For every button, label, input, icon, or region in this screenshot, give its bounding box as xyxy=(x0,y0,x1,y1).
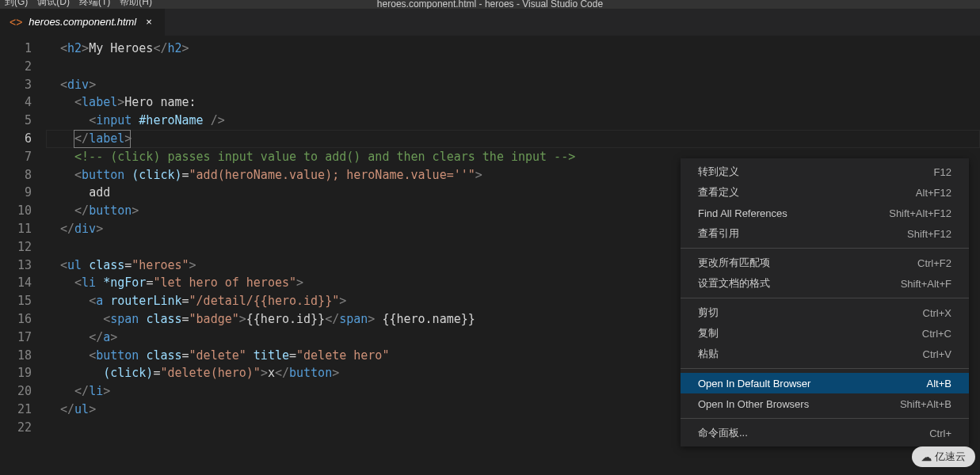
html-file-icon: <> xyxy=(10,16,22,28)
menu-item-shortcut: Shift+Alt+F xyxy=(901,278,951,290)
context-menu-item[interactable]: Find All ReferencesShift+Alt+F12 xyxy=(681,203,969,223)
context-menu-item[interactable]: Open In Default BrowserAlt+B xyxy=(681,373,969,393)
line-number: 3 xyxy=(0,76,32,94)
menu-item-shortcut: Shift+F12 xyxy=(907,228,951,240)
context-menu-item[interactable]: 转到定义F12 xyxy=(681,162,969,182)
line-number: 1 xyxy=(0,40,32,58)
tab-active[interactable]: <> heroes.component.html × xyxy=(0,9,165,36)
line-number: 19 xyxy=(0,364,32,382)
menu-separator xyxy=(681,248,969,249)
menu-item-label: 更改所有匹配项 xyxy=(698,256,770,270)
line-number: 2 xyxy=(0,58,32,76)
line-number: 5 xyxy=(0,112,32,130)
menu-separator xyxy=(681,298,969,298)
menu-item-shortcut: Alt+F12 xyxy=(916,187,951,199)
menu-item-label: Find All References xyxy=(698,207,787,219)
menu-item-shortcut: Ctrl+V xyxy=(923,348,951,360)
tab-label: heroes.component.html xyxy=(29,16,136,28)
line-number: 17 xyxy=(0,329,32,347)
context-menu-item[interactable]: 查看定义Alt+F12 xyxy=(681,182,969,203)
menu-item-shortcut: Ctrl+C xyxy=(922,328,951,340)
menu-item-label: 粘贴 xyxy=(698,347,719,361)
menu-debug[interactable]: 调试(D) xyxy=(37,0,70,9)
menu-goto[interactable]: 到(G) xyxy=(5,0,28,9)
context-menu[interactable]: 转到定义F12查看定义Alt+F12Find All ReferencesShi… xyxy=(681,158,969,446)
line-number: 4 xyxy=(0,93,32,112)
line-number: 12 xyxy=(0,238,32,256)
line-number: 13 xyxy=(0,256,32,275)
menu-item-label: 复制 xyxy=(698,326,719,340)
menu-item-shortcut: Ctrl+X xyxy=(923,307,951,319)
line-number: 14 xyxy=(0,274,32,292)
menu-item-label: Open In Other Browsers xyxy=(698,398,809,410)
context-menu-item[interactable]: 剪切Ctrl+X xyxy=(681,302,969,323)
menu-separator xyxy=(681,368,969,369)
menu-item-label: Open In Default Browser xyxy=(698,378,810,390)
context-menu-item[interactable]: 命令面板...Ctrl+ xyxy=(681,423,969,443)
menu-item-label: 命令面板... xyxy=(698,426,748,440)
watermark-text: 亿速云 xyxy=(935,450,966,464)
context-menu-item[interactable]: 复制Ctrl+C xyxy=(681,323,969,344)
context-menu-item[interactable]: Open In Other BrowsersShift+Alt+B xyxy=(681,393,969,414)
watermark: ☁ 亿速云 xyxy=(912,446,975,467)
menu-separator xyxy=(681,418,969,419)
line-gutter: 12345678910111213141516171819202122 xyxy=(0,36,46,475)
line-number: 6 xyxy=(0,130,32,148)
menu-item-shortcut: Ctrl+F2 xyxy=(917,257,951,269)
line-number: 8 xyxy=(0,166,32,184)
menu-item-shortcut: Alt+B xyxy=(927,378,951,390)
line-number: 9 xyxy=(0,184,32,202)
menu-item-shortcut: Shift+Alt+F12 xyxy=(889,207,951,219)
context-menu-item[interactable]: 粘贴Ctrl+V xyxy=(681,344,969,364)
line-number: 16 xyxy=(0,310,32,329)
line-number: 15 xyxy=(0,292,32,310)
line-number: 22 xyxy=(0,419,32,437)
close-icon[interactable]: × xyxy=(143,14,155,29)
line-number: 10 xyxy=(0,202,32,220)
context-menu-item[interactable]: 设置文档的格式Shift+Alt+F xyxy=(681,273,969,294)
menu-item-label: 转到定义 xyxy=(698,165,739,179)
tab-bar: <> heroes.component.html × xyxy=(0,9,980,36)
menu-item-shortcut: F12 xyxy=(934,166,951,178)
menu-item-label: 查看定义 xyxy=(698,185,739,200)
context-menu-item[interactable]: 更改所有匹配项Ctrl+F2 xyxy=(681,253,969,273)
menu-item-shortcut: Ctrl+ xyxy=(929,428,951,439)
line-number: 18 xyxy=(0,347,32,365)
menu-item-label: 设置文档的格式 xyxy=(698,276,770,291)
menu-item-label: 剪切 xyxy=(698,306,719,320)
menu-item-shortcut: Shift+Alt+B xyxy=(900,398,951,410)
line-number: 21 xyxy=(0,401,32,419)
menu-bar[interactable]: 到(G) 调试(D) 终端(T) 帮助(H) xyxy=(0,0,980,9)
menu-item-label: 查看引用 xyxy=(698,226,739,241)
line-number: 11 xyxy=(0,220,32,238)
line-number: 20 xyxy=(0,382,32,401)
context-menu-item[interactable]: 查看引用Shift+F12 xyxy=(681,223,969,244)
menu-help[interactable]: 帮助(H) xyxy=(120,0,152,9)
cloud-icon: ☁ xyxy=(921,451,932,463)
line-number: 7 xyxy=(0,148,32,166)
menu-terminal[interactable]: 终端(T) xyxy=(79,0,110,9)
